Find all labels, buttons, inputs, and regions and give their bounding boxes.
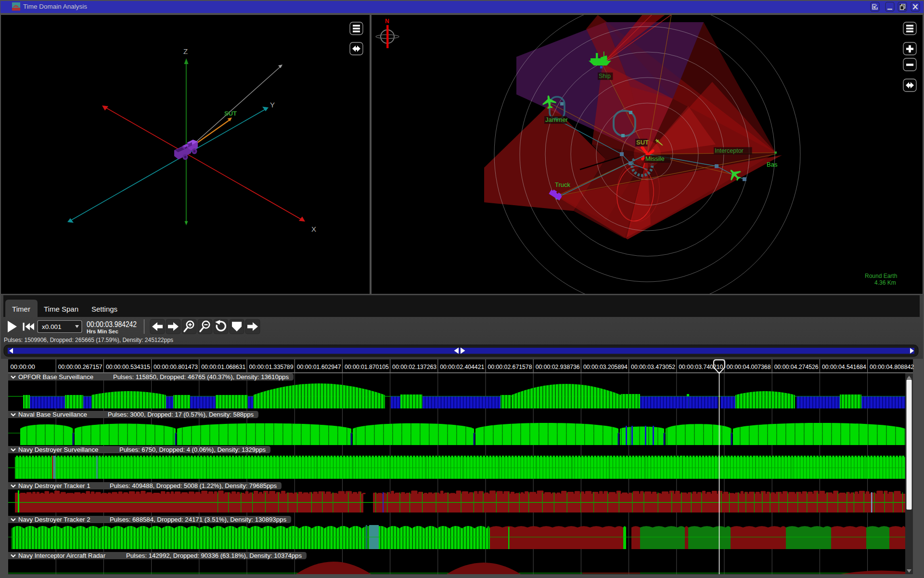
svg-text:00:00:03.984242: 00:00:03.984242: [87, 320, 137, 328]
svg-text:00:00:01.602947: 00:00:01.602947: [297, 363, 341, 370]
svg-text:SUT: SUT: [224, 110, 237, 117]
svg-text:00:00:04.007368: 00:00:04.007368: [727, 363, 771, 370]
svg-text:Pulses: 115850, Dropped: 46765: Pulses: 115850, Dropped: 46765 (40.37%),…: [113, 373, 289, 381]
svg-text:Jammer: Jammer: [545, 116, 568, 123]
svg-text:Pulses: 142992, Dropped: 90336: Pulses: 142992, Dropped: 90336 (63.18%),…: [126, 552, 302, 559]
svg-text:00:00:02.938736: 00:00:02.938736: [536, 363, 580, 370]
svg-text:Naval Base Surveillance: Naval Base Surveillance: [18, 411, 87, 418]
svg-text:Z: Z: [183, 47, 188, 55]
svg-text:N: N: [385, 18, 389, 25]
svg-text:Pulses: 3000, Dropped: 17 (0.5: Pulses: 3000, Dropped: 17 (0.57%), Densi…: [108, 411, 254, 418]
svg-text:00:00:02.137263: 00:00:02.137263: [392, 363, 436, 370]
svg-text:Round Earth: Round Earth: [865, 273, 897, 279]
svg-text:Navy Destroyer Tracker 1: Navy Destroyer Tracker 1: [18, 482, 90, 489]
svg-text:Navy Destroyer Tracker 2: Navy Destroyer Tracker 2: [18, 516, 90, 523]
svg-text:Interceptor: Interceptor: [715, 147, 744, 154]
svg-text:Pulses: 409488, Dropped: 5008: Pulses: 409488, Dropped: 5008 (1.22%), D…: [110, 482, 277, 489]
svg-text:Navy Destroyer Surveillance: Navy Destroyer Surveillance: [18, 446, 98, 453]
svg-text:00:00:04.274526: 00:00:04.274526: [774, 363, 819, 370]
svg-text:00:00:02.404421: 00:00:02.404421: [440, 363, 484, 370]
svg-text:00:00:03.205894: 00:00:03.205894: [583, 363, 628, 370]
svg-text:Pulses: 688584, Dropped: 24171: Pulses: 688584, Dropped: 24171 (3.51%), …: [110, 516, 286, 523]
svg-text:Y: Y: [270, 101, 275, 109]
svg-text:Bas: Bas: [767, 161, 778, 168]
svg-text:Time Span: Time Span: [44, 305, 78, 313]
svg-text:OPFOR Base Surveillance: OPFOR Base Surveillance: [18, 373, 93, 381]
svg-text:Pulses: 6750, Dropped: 4 (0.06: Pulses: 6750, Dropped: 4 (0.06%), Densit…: [119, 446, 266, 453]
svg-text:Settings: Settings: [91, 305, 117, 313]
svg-text:Ship: Ship: [599, 73, 611, 79]
svg-text:Time Domain Analysis: Time Domain Analysis: [23, 3, 87, 10]
svg-text:4.36 Km: 4.36 Km: [874, 279, 896, 286]
svg-text:Truck: Truck: [555, 181, 571, 188]
svg-text:00:00:04.808842: 00:00:04.808842: [870, 363, 914, 370]
svg-text:Timer: Timer: [12, 305, 30, 313]
svg-text:X: X: [311, 225, 316, 233]
svg-text:Hrs Min Sec: Hrs Min Sec: [87, 328, 118, 334]
svg-text:Missile: Missile: [645, 155, 665, 162]
svg-text:00:00:00.801473: 00:00:00.801473: [154, 363, 198, 370]
svg-text:00:00:01.335789: 00:00:01.335789: [249, 363, 294, 370]
svg-text:00:00:03.473052: 00:00:03.473052: [631, 363, 675, 370]
svg-text:Navy Interceptor Aircraft Rada: Navy Interceptor Aircraft Radar: [18, 552, 106, 559]
svg-text:x0.001: x0.001: [42, 323, 62, 330]
svg-text:00:00:00.534315: 00:00:00.534315: [106, 363, 150, 370]
svg-text:00:00:04.541684: 00:00:04.541684: [822, 363, 866, 370]
svg-text:SUT: SUT: [636, 139, 649, 146]
svg-text:00:00:00: 00:00:00: [11, 363, 35, 370]
svg-text:00:00:02.671578: 00:00:02.671578: [488, 363, 532, 370]
svg-text:00:00:01.068631: 00:00:01.068631: [201, 363, 245, 370]
svg-text:00:00:01.870105: 00:00:01.870105: [345, 363, 389, 370]
svg-text:00:00:03.740210: 00:00:03.740210: [679, 363, 723, 370]
svg-text:Pulses: 1509906, Dropped: 2656: Pulses: 1509906, Dropped: 265665 (17.59%…: [4, 336, 173, 343]
svg-text:00:00:00.267157: 00:00:00.267157: [58, 363, 103, 370]
